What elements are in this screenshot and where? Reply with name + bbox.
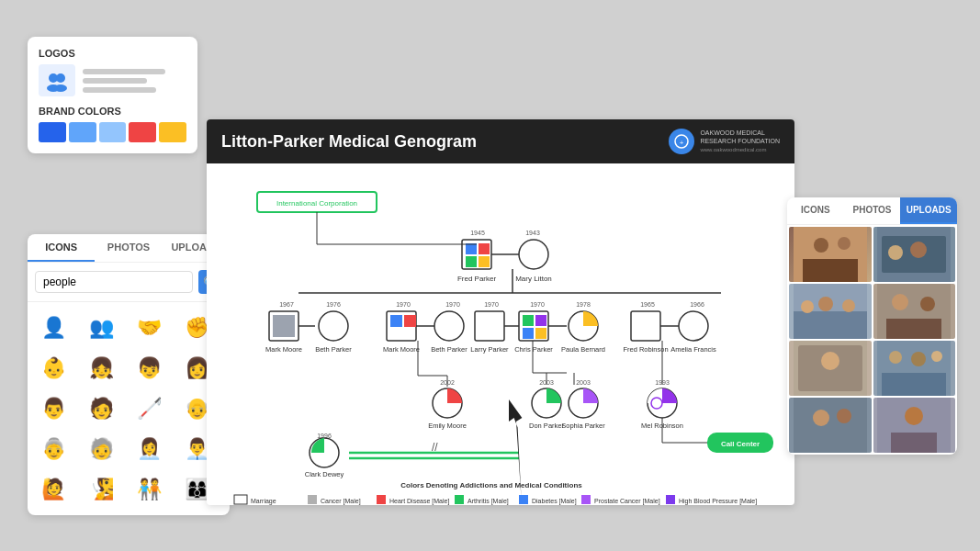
photo-item[interactable] xyxy=(789,398,872,453)
photo-item[interactable] xyxy=(789,284,872,339)
logo-preview xyxy=(39,64,186,96)
svg-text:1970: 1970 xyxy=(484,301,499,308)
svg-text:+: + xyxy=(680,139,684,147)
genogram-svg: International Corporation 1945 1943 Fred… xyxy=(207,163,794,505)
svg-text:Don Parker: Don Parker xyxy=(529,422,564,430)
tab-icons[interactable]: ICONS xyxy=(28,234,95,262)
svg-point-139 xyxy=(920,297,935,311)
logo-line-3 xyxy=(83,87,156,93)
svg-text:Colors Denoting Addictions and: Colors Denoting Addictions and Medical C… xyxy=(400,481,582,489)
right-tab-photos[interactable]: PHOTOS xyxy=(844,197,901,224)
svg-rect-47 xyxy=(535,315,546,326)
genogram-title: Litton-Parker Medical Genogram xyxy=(221,132,477,152)
photo-item[interactable] xyxy=(789,227,872,282)
svg-text:1970: 1970 xyxy=(445,301,460,308)
icon-item[interactable]: 👩‍💼 xyxy=(130,431,167,467)
svg-point-131 xyxy=(910,242,927,258)
svg-rect-149 xyxy=(794,398,867,453)
tab-photos[interactable]: PHOTOS xyxy=(95,234,162,262)
svg-rect-105 xyxy=(581,495,591,504)
svg-text:Prostate Cancer [Male]: Prostate Cancer [Male] xyxy=(594,498,660,505)
svg-rect-48 xyxy=(523,328,534,339)
svg-text:International Corporation: International Corporation xyxy=(276,199,357,208)
svg-rect-140 xyxy=(886,319,941,339)
svg-text:1970: 1970 xyxy=(396,301,411,308)
svg-text:2003: 2003 xyxy=(539,379,554,386)
svg-text:1965: 1965 xyxy=(640,301,655,308)
icon-item[interactable]: 🦯 xyxy=(130,390,167,427)
svg-rect-107 xyxy=(666,495,675,504)
svg-text:Arthritis [Male]: Arthritis [Male] xyxy=(467,498,509,505)
svg-point-143 xyxy=(821,352,839,370)
svg-text:Fred Robinson: Fred Robinson xyxy=(623,345,668,354)
genogram-header: Litton-Parker Medical Genogram + OAKWOOD… xyxy=(207,119,794,163)
svg-text:Mark Moore: Mark Moore xyxy=(265,345,302,354)
svg-text:1978: 1978 xyxy=(576,301,591,308)
svg-text:1993: 1993 xyxy=(655,379,670,386)
icon-item[interactable]: 👵 xyxy=(35,431,72,467)
photo-item[interactable] xyxy=(873,341,956,396)
svg-text:High Blood Pressure [Male]: High Blood Pressure [Male] xyxy=(679,498,757,505)
color-swatch-pale xyxy=(99,122,127,142)
svg-rect-97 xyxy=(308,495,317,504)
svg-rect-33 xyxy=(390,315,402,327)
icon-item[interactable]: 🤝 xyxy=(130,309,167,346)
foundation-icon: + xyxy=(669,129,694,154)
icon-item[interactable]: 🧑‍🤝‍🧑 xyxy=(130,471,167,508)
right-tab-uploads[interactable]: UPLOADS xyxy=(900,197,957,224)
svg-text:Sophia Parker: Sophia Parker xyxy=(561,422,605,430)
svg-rect-95 xyxy=(234,495,247,504)
right-tab-icons[interactable]: ICONS xyxy=(787,197,844,224)
icon-item[interactable]: 👧 xyxy=(83,350,119,387)
icons-panel-tabs: ICONS PHOTOS UPLOADS xyxy=(28,234,230,263)
search-input[interactable] xyxy=(35,271,193,293)
svg-point-17 xyxy=(519,240,548,269)
svg-text:Paula Bernard: Paula Bernard xyxy=(561,345,605,354)
svg-point-150 xyxy=(813,410,829,426)
svg-text:1943: 1943 xyxy=(525,230,540,236)
svg-rect-133 xyxy=(794,311,867,339)
svg-point-126 xyxy=(838,237,850,250)
photo-item[interactable] xyxy=(873,284,956,339)
svg-text:Call Center: Call Center xyxy=(721,440,760,448)
icon-item[interactable]: 🧏 xyxy=(83,471,119,508)
logos-panel: LOGOS BRAND COLORS xyxy=(28,37,197,153)
photo-item[interactable] xyxy=(789,341,872,396)
svg-text:Heart Disease [Male]: Heart Disease [Male] xyxy=(389,498,449,505)
icon-item[interactable]: 👤 xyxy=(35,309,72,346)
right-panel: ICONS PHOTOS UPLOADS xyxy=(787,197,957,455)
svg-rect-99 xyxy=(377,495,386,504)
icon-item[interactable]: 🧑 xyxy=(83,390,119,427)
svg-text:Chris Parker: Chris Parker xyxy=(514,345,553,354)
svg-text:Beth Parker: Beth Parker xyxy=(315,345,352,354)
svg-text:Emily Moore: Emily Moore xyxy=(428,422,467,430)
svg-rect-34 xyxy=(404,315,416,327)
photo-item[interactable] xyxy=(873,398,956,453)
search-bar: 🔍 xyxy=(28,263,230,302)
icon-item[interactable]: 🙋 xyxy=(35,471,72,508)
svg-text:2003: 2003 xyxy=(576,379,591,386)
icon-item[interactable]: 👶 xyxy=(35,350,72,387)
right-panel-tabs: ICONS PHOTOS UPLOADS xyxy=(787,197,957,225)
svg-rect-25 xyxy=(273,315,295,337)
icon-item[interactable]: 👥 xyxy=(83,309,119,346)
svg-text:Amelia Francis: Amelia Francis xyxy=(670,345,716,354)
svg-rect-11 xyxy=(466,243,477,254)
color-swatch-blue xyxy=(39,122,66,142)
svg-rect-148 xyxy=(882,373,946,396)
svg-rect-101 xyxy=(455,495,464,504)
color-swatch-red xyxy=(129,122,156,142)
svg-text:Marriage: Marriage xyxy=(251,498,276,505)
svg-rect-56 xyxy=(631,311,660,341)
svg-rect-49 xyxy=(535,328,546,339)
svg-text:1945: 1945 xyxy=(470,230,485,236)
photo-item[interactable] xyxy=(873,227,956,282)
logo-line-1 xyxy=(83,69,165,74)
svg-text:Beth Parker: Beth Parker xyxy=(431,345,467,354)
icon-item[interactable]: 👨 xyxy=(35,390,72,427)
icon-item[interactable]: 🧓 xyxy=(83,431,119,467)
svg-point-138 xyxy=(892,294,908,310)
icon-item[interactable]: 👦 xyxy=(130,350,167,387)
svg-rect-154 xyxy=(891,433,937,453)
svg-rect-46 xyxy=(523,315,534,326)
